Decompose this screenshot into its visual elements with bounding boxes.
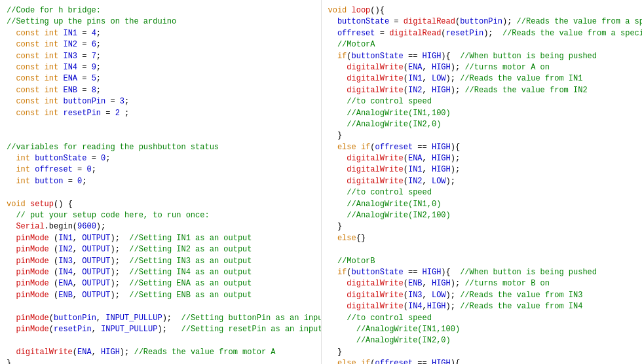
code-line: else{} [328,233,636,244]
code-line: digitalWrite(IN3, LOW); //Reads the valu… [328,290,636,301]
code-line: Serial.begin(9600); [7,221,314,232]
code-line: //Setting up the pins on the arduino [7,16,314,27]
code-line: const int IN2 = 6; [7,39,314,50]
code-line: pinMode (IN4, OUTPUT); //Setting IN4 as … [7,267,314,278]
code-line: //AnalogWrite(IN1,100) [328,108,636,119]
code-line: pinMode(resetPin, INPUT_PULLUP); //Setti… [7,324,314,335]
code-line: digitalWrite(IN4,HIGH); //Reads the valu… [328,301,636,312]
code-line: int button = 0; [7,176,314,187]
code-line: //MotorB [328,256,636,267]
code-line: else if(offreset == HIGH){ [328,142,636,153]
code-line [7,187,314,198]
code-line: //AnalogWrite(IN2,0) [328,119,636,130]
code-line: pinMode (IN3, OUTPUT); //Setting IN3 as … [7,256,314,267]
code-line [7,335,314,346]
code-line: pinMode (ENB, OUTPUT); //Setting ENB as … [7,290,314,301]
code-line: int offreset = 0; [7,164,314,175]
code-line: digitalWrite(ENA, HIGH); [328,153,636,164]
code-line: digitalWrite(IN2, LOW); [328,176,636,187]
code-line: digitalWrite(IN1, LOW); //Reads the valu… [328,73,636,84]
code-line: //AnalogWrite(IN2,100) [328,210,636,221]
code-line: pinMode (ENA, OUTPUT); //Setting ENA as … [7,278,314,289]
code-editor: //Code for h bridge://Setting up the pin… [0,0,642,364]
code-line: } [328,221,636,232]
code-line: if(buttonState == HIGH){ //When button i… [328,267,636,278]
code-line: //to control speed [328,313,636,324]
code-line [7,130,314,141]
code-line: const int IN4 = 9; [7,62,314,73]
code-line: const int ENB = 8; [7,85,314,96]
code-line: buttonState = digitalRead(buttonPin); //… [328,16,636,27]
right-code-panel: void loop(){ buttonState = digitalRead(b… [322,0,643,364]
code-line: else if(offreset == HIGH){ [328,358,636,364]
left-code-panel: //Code for h bridge://Setting up the pin… [0,0,322,364]
code-line: //AnalogWrite(IN2,0) [328,335,636,346]
code-line [328,244,636,255]
code-line [7,119,314,130]
code-line: //to control speed [328,96,636,107]
code-line: pinMode(buttonPin, INPUT_PULLUP); //Sett… [7,313,314,324]
code-line: //Code for h bridge: [7,5,314,16]
code-line: } [328,347,636,358]
code-line: int buttonState = 0; [7,153,314,164]
code-line: void setup() { [7,199,314,210]
code-line: digitalWrite(ENA, HIGH); //Reads the val… [7,347,314,358]
code-line: pinMode (IN1, OUTPUT); //Setting IN1 as … [7,233,314,244]
code-line: digitalWrite(IN2, HIGH); //Reads the val… [328,85,636,96]
code-line: //AnalogWrite(IN1,100) [328,324,636,335]
code-line: //to control speed [328,187,636,198]
code-line: const int ENA = 5; [7,73,314,84]
code-line: //variables for reading the pushbutton s… [7,142,314,153]
code-line: const int IN1 = 4; [7,28,314,39]
code-line: //AnalogWrite(IN1,0) [328,199,636,210]
code-line: // put your setup code here, to run once… [7,210,314,221]
code-line: void loop(){ [328,5,636,16]
code-line: pinMode (IN2, OUTPUT); //Setting IN2 as … [7,244,314,255]
code-line: const int resetPin = 2 ; [7,108,314,119]
code-line: offreset = digitalRead(resetPin); //Read… [328,28,636,39]
code-line: const int IN3 = 7; [7,51,314,62]
code-line: if(buttonState == HIGH){ //When button i… [328,51,636,62]
code-line: } [328,130,636,141]
code-line: //MotorA [328,39,636,50]
code-line [7,301,314,312]
code-line: digitalWrite(IN1, HIGH); [328,164,636,175]
code-line: digitalWrite(ENB, HIGH); //turns motor B… [328,278,636,289]
code-line: } [7,358,314,364]
code-line: const int buttonPin = 3; [7,96,314,107]
code-line: digitalWrite(ENA, HIGH); //turns motor A… [328,62,636,73]
